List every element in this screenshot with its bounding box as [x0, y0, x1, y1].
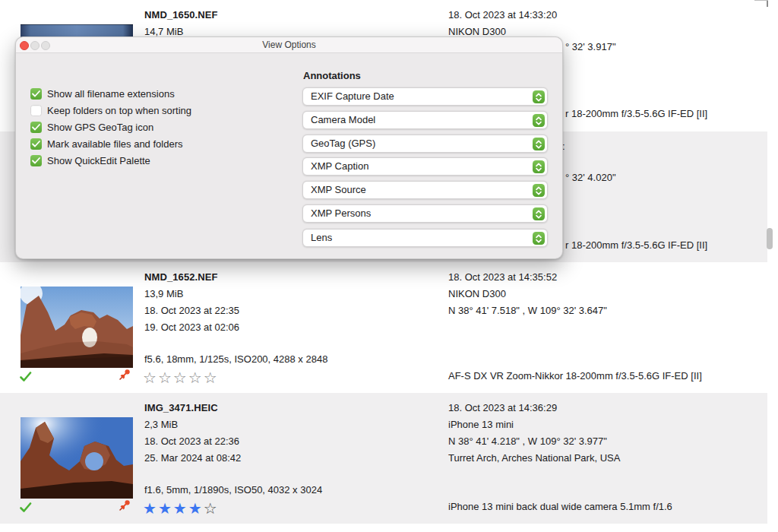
file-row-img-3471[interactable]: ★★★★☆ IMG_3471.HEIC 2,3 MiB 18. Oct 2023… [0, 393, 767, 524]
file-name: NMD_1652.NEF [144, 269, 218, 286]
caption: Turret Arch, Arches National Park, USA [448, 450, 620, 467]
annotation-dropdown-7[interactable]: Lens [302, 229, 548, 247]
exposure-info: f5.6, 18mm, 1/125s, ISO200, 4288 x 2848 [144, 351, 327, 368]
geotag-gps: N 38° 41' 7.518" , W 109° 32' 3.647" [448, 302, 607, 319]
window-corner-line [767, 0, 768, 7]
lens-info: iPhone 13 mini back dual wide camera 5.1… [448, 499, 672, 515]
checkbox-label[interactable]: Keep folders on top when sorting [47, 103, 191, 119]
annotation-dropdown-3[interactable]: GeoTag (GPS) [302, 135, 548, 153]
geotag-partial: ° 32' 3.917" [565, 39, 616, 55]
checkbox-show-quickedit[interactable] [30, 155, 42, 166]
dropdown-value: Camera Model [311, 112, 375, 128]
checkbox-show-geotag-icon[interactable] [30, 122, 42, 133]
checkbox-label[interactable]: Show QuickEdit Palette [47, 153, 150, 169]
file-name: IMG_3471.HEIC [144, 400, 218, 416]
dropdown-value: GeoTag (GPS) [311, 135, 375, 152]
scrollbar-thumb[interactable] [767, 228, 773, 249]
lens-partial: r 18-200mm f/3.5-5.6G IF-ED [II] [565, 106, 707, 122]
photo-thumbnail[interactable] [21, 287, 133, 368]
dialog-titlebar[interactable]: View Options [16, 37, 562, 53]
checkbox-label[interactable]: Mark available files and folders [47, 136, 182, 153]
app-window: NMD_1650.NEF 14,7 MiB 18. Oct 2023 at 14… [0, 0, 778, 532]
dropdown-value: Lens [311, 230, 332, 246]
annotation-dropdown-6[interactable]: XMP Persons [302, 204, 548, 223]
capture-date: 18. Oct 2023 at 14:33:20 [448, 7, 557, 24]
photo-thumbnail[interactable] [21, 417, 133, 499]
lens-partial: r 18-200mm f/3.5-5.6G IF-ED [II] [565, 237, 707, 254]
file-row-nmd-1652[interactable]: ☆☆☆☆☆ NMD_1652.NEF 13,9 MiB 18. Oct 2023… [0, 262, 767, 393]
pin-icon [119, 499, 131, 515]
camera-model: NIKON D300 [448, 286, 506, 302]
annotation-dropdown-5[interactable]: XMP Source [302, 181, 548, 199]
dialog-title: View Options [16, 37, 562, 53]
camera-model: iPhone 13 mini [448, 416, 514, 433]
geotag-gps: N 38° 41' 4.218" , W 109° 32' 3.977" [448, 433, 607, 450]
dropdown-value: XMP Persons [311, 205, 371, 222]
stepper-icon [533, 160, 545, 173]
annotation-dropdown-2[interactable]: Camera Model [302, 111, 548, 129]
annotations-header: Annotations [303, 68, 361, 84]
capture-date: 18. Oct 2023 at 14:36:29 [448, 400, 557, 416]
pin-icon [119, 368, 131, 384]
geotag-partial: ° 32' 4.020" [565, 169, 616, 186]
file-size: 2,3 MiB [144, 416, 178, 433]
dropdown-value: XMP Caption [311, 158, 368, 175]
modified-date: 18. Oct 2023 at 22:36 [144, 433, 239, 450]
stepper-icon [533, 232, 545, 245]
window-corner-line [754, 0, 768, 1]
stepper-icon [533, 114, 545, 127]
stepper-icon [533, 207, 545, 220]
available-check-icon [20, 502, 32, 516]
capture-date: 18. Oct 2023 at 14:35:52 [448, 269, 557, 286]
star-rating[interactable]: ☆☆☆☆☆ [143, 368, 219, 388]
checkbox-label[interactable]: Show all filename extensions [47, 86, 175, 103]
available-check-icon [20, 372, 32, 385]
checkbox-label[interactable]: Show GPS GeoTag icon [47, 119, 153, 136]
checkbox-mark-available[interactable] [30, 138, 42, 150]
stars-empty: ☆☆☆☆☆ [143, 369, 219, 387]
view-options-dialog: View Options Show all filename extension… [15, 36, 563, 259]
added-date: 19. Oct 2023 at 02:06 [144, 319, 239, 336]
checkbox-keep-folders-on-top[interactable] [30, 105, 42, 116]
stars-empty: ☆ [204, 499, 219, 518]
file-size: 13,9 MiB [144, 286, 183, 302]
dropdown-value: EXIF Capture Date [311, 88, 394, 105]
lens-info: AF-S DX VR Zoom-Nikkor 18-200mm f/3.5-5.… [448, 368, 702, 385]
modified-date: 18. Oct 2023 at 22:35 [144, 302, 239, 319]
annotation-dropdown-4[interactable]: XMP Caption [302, 157, 548, 176]
exposure-info: f1.6, 5mm, 1/1890s, ISO50, 4032 x 3024 [144, 482, 322, 499]
annotation-dropdown-1[interactable]: EXIF Capture Date [302, 87, 548, 106]
star-rating[interactable]: ★★★★☆ [143, 499, 219, 518]
dropdown-value: XMP Source [311, 182, 366, 198]
checkbox-show-extensions[interactable] [30, 88, 42, 100]
stepper-icon [533, 90, 545, 103]
stepper-icon [533, 184, 545, 197]
file-name: NMD_1650.NEF [144, 7, 218, 24]
stars-filled: ★★★★ [143, 499, 204, 518]
stepper-icon [533, 138, 545, 150]
added-date: 25. Mar 2024 at 08:42 [144, 450, 241, 467]
